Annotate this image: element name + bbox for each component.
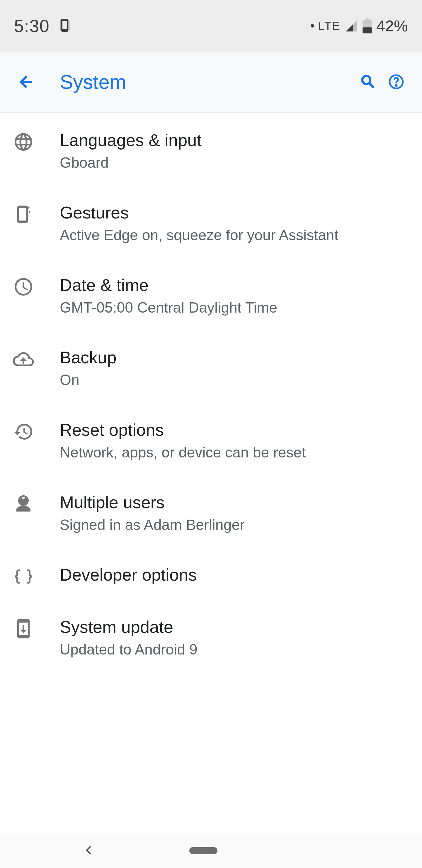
restore-icon [13,419,60,442]
vibrate-icon [58,18,72,33]
row-subtitle: Signed in as Adam Berlinger [60,515,413,535]
settings-list: Languages & input Gboard Gestures Active… [0,113,422,833]
svg-rect-1 [362,27,371,33]
navigation-bar [0,833,422,868]
row-subtitle: GMT-05:00 Central Daylight Time [60,298,413,318]
network-label: LTE [318,19,340,33]
battery-pct: 42% [376,17,408,35]
row-reset-options[interactable]: Reset options Network, apps, or device c… [0,405,422,477]
row-title: Backup [60,347,413,368]
gestures-icon [13,202,60,225]
row-subtitle: On [60,370,413,390]
system-update-icon [13,616,60,639]
help-button[interactable] [382,68,410,96]
page-title: System [60,70,354,93]
status-left: 5:30 [14,16,72,36]
row-subtitle: Active Edge on, squeeze for your Assista… [60,225,413,245]
row-subtitle: Gboard [60,153,413,173]
row-system-update[interactable]: System update Updated to Android 9 [0,602,422,674]
signal-icon [345,19,358,33]
clock-icon [13,275,60,297]
row-title: System update [60,616,413,638]
row-title: Developer options [60,564,413,586]
dot-icon [311,24,314,28]
row-title: Reset options [60,419,413,441]
row-title: Date & time [60,275,413,296]
back-button[interactable] [12,68,40,96]
row-subtitle: Network, apps, or device can be reset [60,443,413,463]
row-title: Gestures [60,202,413,223]
row-multiple-users[interactable]: Multiple users Signed in as Adam Berling… [0,477,422,550]
cloud-download-icon [13,347,60,370]
nav-back-button[interactable] [82,844,95,858]
row-developer-options[interactable]: Developer options [0,550,422,602]
person-icon [13,492,60,515]
status-right: LTE 42% [311,17,408,35]
svg-point-4 [395,85,397,87]
braces-icon [13,564,60,587]
app-bar: System [0,52,422,113]
globe-icon [13,130,60,153]
row-languages-input[interactable]: Languages & input Gboard [0,115,422,187]
svg-rect-2 [366,18,369,21]
status-bar: 5:30 LTE 42% [0,0,422,52]
status-time: 5:30 [14,16,50,36]
battery-icon [362,18,372,33]
row-title: Multiple users [60,492,413,513]
nav-home-pill[interactable] [189,847,218,854]
row-backup[interactable]: Backup On [0,332,422,405]
row-title: Languages & input [60,130,413,151]
row-date-time[interactable]: Date & time GMT-05:00 Central Daylight T… [0,260,422,332]
row-subtitle: Updated to Android 9 [60,640,413,660]
search-button[interactable] [354,68,382,96]
row-gestures[interactable]: Gestures Active Edge on, squeeze for you… [0,187,422,260]
screen: 5:30 LTE 42% System [0,0,422,868]
